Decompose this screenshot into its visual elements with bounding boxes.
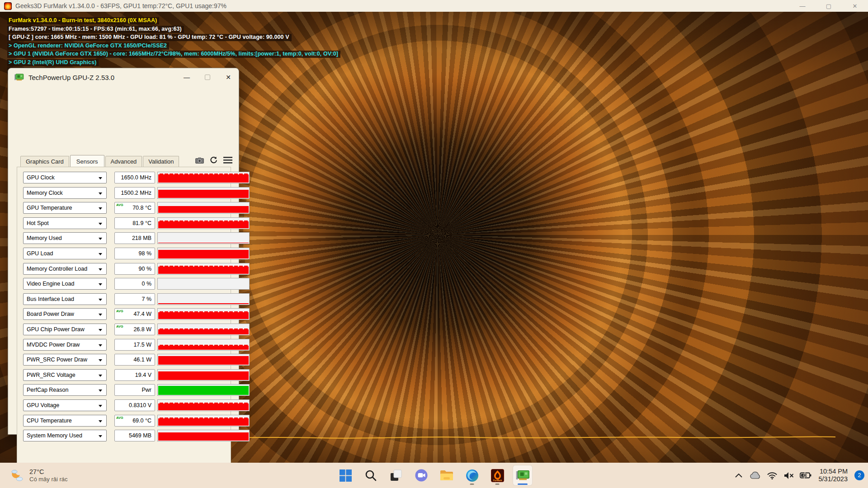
sensor-row: Memory Clock1500.2 MHz xyxy=(23,187,245,199)
sensor-row: GPU Load98 % xyxy=(23,248,245,259)
sensor-select[interactable]: MVDDC Power Draw xyxy=(23,339,107,351)
sensor-select[interactable]: GPU Load xyxy=(23,248,107,259)
sensor-label: PWR_SRC Power Draw xyxy=(27,357,87,363)
clock[interactable]: 10:54 PM 5/31/2023 xyxy=(818,468,848,483)
battery-button[interactable] xyxy=(799,468,812,483)
sensor-select[interactable]: PWR_SRC Voltage xyxy=(23,369,107,381)
sensor-select[interactable]: Memory Used xyxy=(23,232,107,244)
sensor-label: Bus Interface Load xyxy=(27,296,74,302)
sensor-label: Board Power Draw xyxy=(27,311,74,317)
sensor-label: Hot Spot xyxy=(27,220,49,226)
sensor-graph xyxy=(157,202,250,214)
sensor-select[interactable]: GPU Temperature xyxy=(23,202,107,214)
tab-sensors[interactable]: Sensors xyxy=(70,155,104,168)
tab-graphics-card[interactable]: Graphics Card xyxy=(20,156,69,167)
folder-icon xyxy=(440,469,453,481)
sensor-select[interactable]: PerfCap Reason xyxy=(23,384,107,396)
sensor-select[interactable]: PWR_SRC Power Draw xyxy=(23,354,107,366)
sensor-label: CPU Temperature xyxy=(27,418,72,424)
tray-overflow-button[interactable] xyxy=(732,468,745,483)
avg-flag: AVG xyxy=(116,309,123,313)
gpuz-tab-strip: Graphics Card Sensors Advanced Validatio… xyxy=(20,155,180,167)
sensor-value-box: AVG70.8 °C xyxy=(114,202,155,214)
sensor-label: GPU Clock xyxy=(27,174,55,181)
edge-button[interactable] xyxy=(462,465,482,486)
furmark-app-icon xyxy=(4,2,12,10)
sensor-select[interactable]: GPU Chip Power Draw xyxy=(23,324,107,335)
sensor-value-box: 0 % xyxy=(114,278,155,290)
tab-advanced[interactable]: Advanced xyxy=(105,156,142,167)
avg-flag: AVG xyxy=(116,203,123,207)
sensor-label: MVDDC Power Draw xyxy=(27,342,80,348)
tab-validation[interactable]: Validation xyxy=(143,156,179,167)
sensor-select[interactable]: Memory Controller Load xyxy=(23,263,107,275)
menu-icon[interactable] xyxy=(223,157,232,164)
minimize-button[interactable]: — xyxy=(789,0,816,12)
refresh-icon[interactable] xyxy=(210,156,217,164)
gpuz-minimize-button[interactable]: — xyxy=(176,68,197,86)
furmark-titlebar[interactable]: Geeks3D FurMark v1.34.0.0 - 63FPS, GPU1 … xyxy=(0,0,868,12)
gpuz-close-button[interactable]: ✕ xyxy=(218,68,239,86)
system-tray: 10:54 PM 5/31/2023 2 xyxy=(732,463,864,488)
sensor-value-box: AVG69.0 °C xyxy=(114,415,155,427)
gpuz-titlebar[interactable]: TechPowerUp GPU-Z 2.53.0 — ✕ xyxy=(8,68,239,86)
sensor-value: 46.1 W xyxy=(133,357,151,363)
search-button[interactable] xyxy=(361,465,381,486)
sensor-select[interactable]: CPU Temperature xyxy=(23,415,107,427)
sensor-graph xyxy=(157,308,250,320)
sensor-label: GPU Temperature xyxy=(27,205,72,211)
gpuz-taskbar-button[interactable] xyxy=(513,465,533,486)
dropdown-caret-icon xyxy=(99,405,102,407)
sensor-row: Memory Controller Load90 % xyxy=(23,263,245,275)
notification-badge[interactable]: 2 xyxy=(854,470,864,480)
sensor-select[interactable]: Hot Spot xyxy=(23,217,107,229)
sensor-graph xyxy=(157,415,250,427)
chat-button[interactable] xyxy=(411,465,431,486)
sensor-row: PWR_SRC Power Draw46.1 W xyxy=(23,354,245,366)
volume-mute-icon xyxy=(784,472,794,479)
dropdown-caret-icon xyxy=(99,253,102,255)
sensor-select[interactable]: GPU Clock xyxy=(23,172,107,183)
furmark-button[interactable]: FurMark xyxy=(487,465,507,486)
gpuz-app-icon xyxy=(14,73,24,81)
gpuz-active-indicator xyxy=(518,483,528,485)
sensor-label: Video Engine Load xyxy=(27,281,74,287)
onedrive-button[interactable] xyxy=(749,468,762,483)
sensor-row: MVDDC Power Draw17.5 W xyxy=(23,339,245,351)
gpuz-window: TechPowerUp GPU-Z 2.53.0 — ✕ Graphics Ca… xyxy=(8,68,239,435)
sensor-select[interactable]: Video Engine Load xyxy=(23,278,107,290)
sensor-select[interactable]: System Memory Used xyxy=(23,430,107,441)
sensor-select[interactable]: GPU Voltage xyxy=(23,399,107,411)
camera-icon[interactable] xyxy=(195,157,204,164)
close-button[interactable]: ✕ xyxy=(842,0,868,12)
weather-widget[interactable]: 27°C Có mây rải rác xyxy=(5,463,72,488)
dropdown-caret-icon xyxy=(99,192,102,195)
sensor-row: Hot Spot81.9 °C xyxy=(23,217,245,229)
screen: Geeks3D FurMark v1.34.0.0 - 63FPS, GPU1 … xyxy=(0,0,868,488)
volume-button[interactable] xyxy=(782,468,796,483)
dropdown-caret-icon xyxy=(99,375,102,377)
sensor-select[interactable]: Board Power Draw xyxy=(23,308,107,320)
file-explorer-button[interactable] xyxy=(437,465,457,486)
sensor-row: Memory Used218 MB xyxy=(23,232,245,244)
network-button[interactable] xyxy=(765,468,779,483)
sensor-graph xyxy=(157,248,250,259)
task-view-button[interactable] xyxy=(386,465,406,486)
sensor-value: 17.5 W xyxy=(133,342,151,348)
sensor-value: 1650.0 MHz xyxy=(121,174,151,181)
maximize-button[interactable]: ▢ xyxy=(816,0,842,12)
sensor-graph xyxy=(157,263,250,275)
sensor-label: GPU Load xyxy=(27,250,53,257)
sensor-value-box: 19.4 V xyxy=(114,369,155,381)
furmark-window-title: Geeks3D FurMark v1.34.0.0 - 63FPS, GPU1 … xyxy=(15,2,226,9)
sensor-select[interactable]: Bus Interface Load xyxy=(23,293,107,305)
dropdown-caret-icon xyxy=(99,299,102,301)
dropdown-caret-icon xyxy=(99,359,102,361)
start-button[interactable] xyxy=(335,465,355,486)
dropdown-caret-icon xyxy=(99,314,102,316)
sensor-graph xyxy=(157,430,250,441)
dropdown-caret-icon xyxy=(99,223,102,225)
sensor-graph xyxy=(157,217,250,229)
sensor-value-box: AVG26.8 W xyxy=(114,324,155,335)
sensor-select[interactable]: Memory Clock xyxy=(23,187,107,199)
